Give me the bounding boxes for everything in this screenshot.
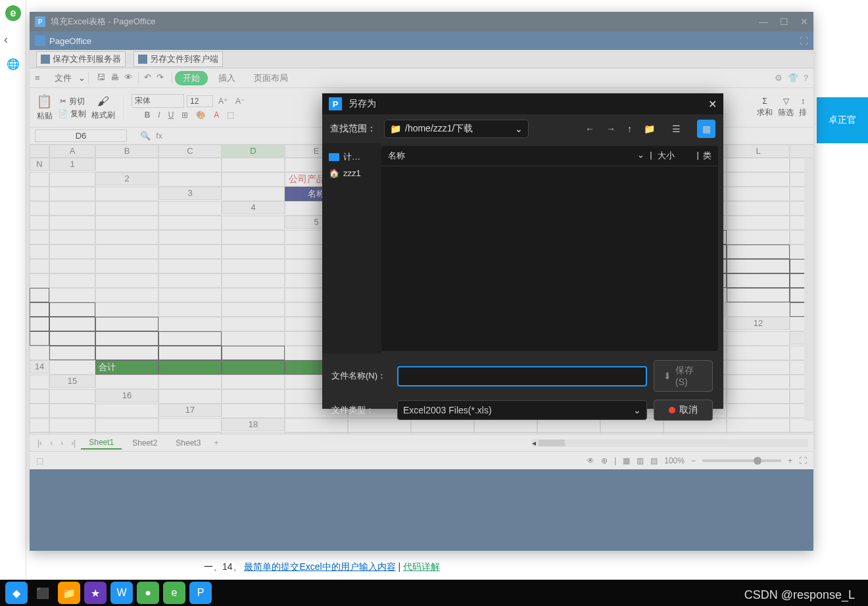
file-list[interactable]: 名称 ⌄ | 大小 | 类 [381, 146, 718, 351]
dialog-app-icon: P [329, 97, 342, 110]
chevron-down-icon: ⌄ [637, 150, 644, 162]
chevron-down-icon: ⌄ [633, 405, 641, 415]
filename-label: 文件名称(N)： [331, 370, 391, 382]
taskbar-browser[interactable]: e [163, 582, 185, 604]
column-size[interactable]: 大小 [658, 150, 697, 162]
filename-input[interactable] [397, 366, 647, 386]
browser-logo: e [5, 5, 21, 21]
dialog-sidebar: 计… 🏠 zzz1 [322, 143, 381, 354]
nav-up-icon[interactable]: ↑ [627, 124, 632, 134]
dialog-title: 另存为 [349, 98, 376, 110]
save-button[interactable]: ⬇ 保存(S) [654, 360, 713, 392]
stop-icon [669, 407, 675, 413]
column-name[interactable]: 名称 [388, 150, 637, 162]
chevron-down-icon: ⌄ [515, 124, 523, 134]
footer-link-2[interactable]: 代码详解 [403, 561, 440, 572]
taskbar-app-5[interactable]: ● [137, 582, 159, 604]
filetype-select[interactable]: Excel2003 Files(*.xls) ⌄ [397, 400, 647, 420]
taskbar-start[interactable]: ◆ [5, 582, 28, 604]
home-icon: 🏠 [329, 168, 339, 178]
back-icon[interactable]: ‹ [4, 33, 8, 47]
dialog-titlebar: P 另存为 ✕ [322, 93, 723, 114]
taskbar-app-4[interactable]: W [110, 582, 133, 604]
footer-link-1[interactable]: 最简单的提交Excel中的用户输入内容 [244, 561, 395, 572]
taskbar-pageoffice[interactable]: P [189, 582, 212, 604]
sidebar-home[interactable]: 🏠 zzz1 [327, 166, 376, 181]
footer-text: 一、14、 最简单的提交Excel中的用户输入内容 | 代码详解 [204, 561, 440, 573]
dialog-close-button[interactable]: ✕ [708, 98, 717, 110]
globe-icon[interactable]: 🌐 [7, 58, 20, 70]
list-view-button[interactable]: ☰ [667, 120, 685, 138]
filetype-label: 文件类型： [331, 404, 391, 416]
grid-view-button[interactable]: ▦ [697, 120, 715, 138]
new-folder-icon[interactable]: 📁 [644, 124, 655, 134]
folder-icon: 📁 [390, 124, 401, 134]
watermark: CSDN @response_L [744, 588, 855, 602]
save-as-dialog: P 另存为 ✕ 查找范围： 📁 /home/zzz1/下载 ⌄ ← → ↑ 📁 … [322, 93, 723, 409]
dialog-toolbar: 查找范围： 📁 /home/zzz1/下载 ⌄ ← → ↑ 📁 ☰ ▦ [322, 114, 723, 143]
right-blue-tab[interactable]: 卓正官 [817, 97, 868, 143]
column-type[interactable]: 类 [703, 150, 711, 162]
taskbar-app-3[interactable]: ★ [84, 582, 107, 604]
path-dropdown[interactable]: 📁 /home/zzz1/下载 ⌄ [384, 120, 529, 138]
monitor-icon [329, 153, 339, 161]
taskbar-app-2[interactable]: 📁 [58, 582, 80, 604]
taskbar: ◆ ⬛ 📁 ★ W ● e P [0, 580, 868, 606]
taskbar-app-1[interactable]: ⬛ [32, 582, 54, 604]
nav-forward-icon[interactable]: → [606, 124, 615, 134]
sidebar-computer[interactable]: 计… [327, 149, 376, 166]
nav-back-icon[interactable]: ← [585, 124, 594, 134]
download-icon: ⬇ [663, 371, 671, 381]
cancel-button[interactable]: 取消 [654, 400, 713, 421]
search-range-label: 查找范围： [330, 123, 376, 135]
